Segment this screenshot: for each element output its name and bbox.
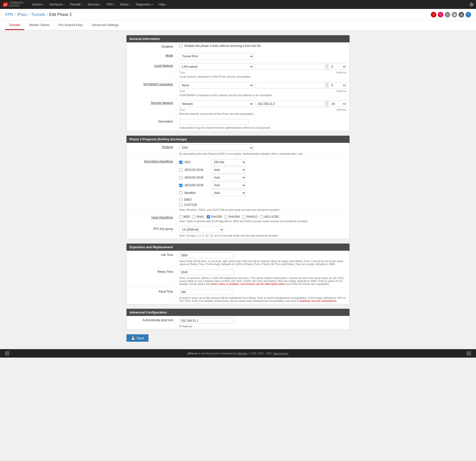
sha1-checkbox[interactable]	[192, 215, 195, 218]
remote-network-address-hint: Address	[336, 108, 346, 111]
footer-logo-icon	[5, 351, 9, 356]
sha256-label: SHA256	[211, 215, 222, 218]
nav-item-status[interactable]: Status ▾	[118, 1, 133, 8]
protocol-hint-link[interactable]: only	[298, 152, 302, 155]
table-icon[interactable]: ▤	[459, 12, 464, 17]
breadcrumb-ipsec[interactable]: IPsec	[17, 12, 27, 17]
aes192gcm-label: AES192-GCM	[184, 176, 209, 179]
hash-aesxcbc: AES-XCBC	[260, 215, 279, 218]
breadcrumb-sep: /	[47, 12, 48, 17]
aes128gcm-checkbox[interactable]	[179, 168, 182, 172]
local-network-content: LAN subnet Network Address Interface / 0…	[176, 61, 349, 80]
description-hint: A description may be entered here for ad…	[179, 126, 346, 129]
blowfish-bits-select[interactable]: Auto 128 bits 192 bits 256 bits	[211, 190, 246, 196]
nav-item-vpn[interactable]: VPN ▾	[104, 1, 117, 8]
section-general-title: General Information	[129, 37, 160, 41]
form-row-mode: Mode Tunnel IPv4 Tunnel IPv6 Transport	[127, 51, 349, 61]
breadcrumb: VPN / IPsec / Tunnels / Edit Phase 2	[5, 12, 72, 17]
logo: pf COMMUNITYEDITION	[2, 1, 25, 7]
nat-cidr-select[interactable]: 08162432	[329, 82, 346, 89]
hash-group: MD5 SHA1 SHA256 SHA384	[179, 215, 346, 218]
local-network-type-select[interactable]: LAN subnet Network Address Interface	[179, 63, 254, 70]
mode-content: Tunnel IPv4 Tunnel IPv6 Transport	[176, 51, 349, 61]
disabled-checkbox[interactable]	[179, 44, 182, 48]
chevron-down-icon: ▾	[166, 3, 167, 6]
nat-type-hint: Type	[179, 90, 185, 92]
logout-icon[interactable]: ⏻	[470, 2, 474, 7]
nav-item-firewall[interactable]: Firewall ▾	[67, 1, 85, 8]
nav-item-services[interactable]: Services ▾	[85, 1, 103, 8]
md5-checkbox[interactable]	[179, 215, 182, 218]
reload-icon[interactable]: ↺	[431, 12, 436, 17]
sha256-checkbox[interactable]	[207, 215, 210, 218]
cast128-checkbox[interactable]	[179, 203, 182, 207]
rekey-time-input[interactable]	[179, 269, 234, 275]
local-network-address-input[interactable]	[256, 64, 325, 70]
form-row-hash: Hash Algorithms MD5 SHA1 SHA	[127, 213, 349, 225]
description-input[interactable]	[179, 119, 249, 125]
aes256gcm-bits-select[interactable]: Auto 128 bits 192 bits 256 bits	[211, 182, 246, 188]
remote-network-cidr-select[interactable]: 816242432	[329, 101, 346, 107]
form-row-encryption: Encryption Algorithms AES 128 bits 192 b…	[127, 157, 349, 213]
nat-type-select[interactable]: None Network Address	[179, 82, 254, 89]
algo-aes192gcm-row: AES192-GCM Auto 128 bits 192 bits 256 bi…	[179, 174, 346, 181]
aes128gcm-bits-select[interactable]: Auto 128 bits 192 bits 256 bits	[211, 167, 246, 173]
footer-license-link[interactable]: View license.	[273, 352, 289, 355]
ping-host-input[interactable]	[179, 318, 234, 324]
tab-advanced-settings[interactable]: Advanced Settings	[88, 21, 122, 30]
nat-address-input[interactable]	[256, 82, 325, 88]
aes192gcm-checkbox[interactable]	[179, 176, 182, 179]
blowfish-checkbox[interactable]	[179, 191, 182, 195]
tab-pre-shared-keys[interactable]: Pre-Shared Keys	[54, 21, 87, 30]
aes192gcm-bits-select[interactable]: Auto 128 bits 192 bits 256 bits	[211, 174, 246, 181]
nav-item-system[interactable]: System ▾	[30, 1, 46, 8]
protocol-select[interactable]: ESP AH	[179, 145, 254, 151]
algo-cast128-row: CAST128	[179, 203, 346, 207]
breadcrumb-tunnels[interactable]: Tunnels	[31, 12, 45, 17]
breadcrumb-vpn[interactable]: VPN	[5, 12, 13, 17]
mode-select[interactable]: Tunnel IPv4 Tunnel IPv6 Transport	[179, 53, 254, 60]
aesxcbc-checkbox[interactable]	[260, 215, 263, 218]
life-time-input[interactable]	[179, 252, 234, 258]
aes256gcm-checkbox[interactable]	[179, 184, 182, 187]
remote-network-type-hint: Type	[179, 108, 185, 111]
form-row-nat-binat: NAT/BINAT translation None Network Addre…	[127, 80, 349, 99]
save-button[interactable]: 💾 Save	[126, 334, 149, 342]
aes-checkbox[interactable]	[179, 161, 182, 164]
aes256gcm-label: AES256-GCM	[184, 184, 209, 187]
form-row-rand-time: Rand Time A random value up to this amou…	[127, 287, 349, 304]
sha1-label: SHA1	[196, 215, 204, 218]
slash-separator: /	[325, 63, 329, 70]
tab-mobile-clients[interactable]: Mobile Clients	[25, 21, 54, 30]
sha384-checkbox[interactable]	[224, 215, 228, 218]
remote-network-address-input[interactable]	[256, 101, 325, 107]
nav-item-diagnostics[interactable]: Diagnostics ▾	[133, 1, 156, 8]
chart-icon[interactable]: ▦	[452, 12, 457, 17]
remote-network-type-select[interactable]: Network Address	[179, 101, 254, 107]
hash-sha256: SHA256	[207, 215, 222, 218]
edit-icon[interactable]: ✎	[438, 12, 443, 17]
local-network-cidr-select[interactable]: 08162432	[329, 63, 346, 70]
help-circle-icon[interactable]: ?	[466, 12, 471, 17]
local-network-address-hint: Address	[336, 71, 346, 74]
section-general-header: General Information	[126, 35, 350, 42]
save-label: Save	[137, 336, 144, 340]
footer-pfsense: pfSense	[187, 352, 198, 355]
rekey-time-label: Rekey Time	[127, 268, 176, 287]
sha512-checkbox[interactable]	[242, 215, 245, 218]
blowfish-label: Blowfish	[184, 191, 209, 195]
tab-tunnels[interactable]: Tunnels	[5, 21, 24, 30]
pfs-select[interactable]: 1 (768 bit) 2 (1024 bit) 5 (1536 bit) 14…	[179, 226, 224, 233]
md5-label: MD5	[183, 215, 190, 218]
section-expiration-title: Expiration and Replacement	[129, 245, 173, 249]
nav-item-interfaces[interactable]: Interfaces ▾	[47, 1, 67, 8]
disabled-content: Disable this phase 2 entry without remov…	[176, 42, 349, 51]
nav-item-help[interactable]: Help ▾	[156, 1, 169, 8]
rand-time-input[interactable]	[179, 289, 234, 295]
list-icon[interactable]: ≡	[445, 12, 450, 17]
3des-checkbox[interactable]	[179, 198, 182, 201]
aes-bits-select[interactable]: 128 bits 192 bits 256 bits Auto	[211, 159, 246, 165]
footer-netgate-link[interactable]: Netgate	[238, 352, 247, 355]
toolbar-icons: ↺ ✎ ≡ ▦ ▤ ?	[431, 12, 471, 17]
local-network-type-hint: Type	[179, 71, 185, 74]
